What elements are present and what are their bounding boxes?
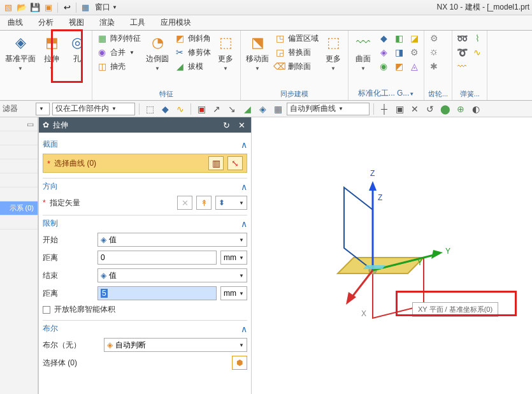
delete-face-button[interactable]: ⌫删除面: [274, 60, 319, 73]
extrude-button[interactable]: ⬒ 拉伸▼: [41, 32, 62, 73]
tool-c-icon[interactable]: ∿: [174, 103, 187, 115]
dialog-reset-icon[interactable]: ↻: [220, 119, 232, 131]
dialog-titlebar[interactable]: ✿ 拉伸 ↻ ✕: [39, 117, 251, 133]
replace-face-button[interactable]: ◲替换面: [274, 46, 319, 59]
start-unit-dropdown[interactable]: mm▼: [220, 251, 247, 265]
viewport-3d[interactable]: Z Z Y Y X XY 平面 / 基准坐标系(0): [252, 117, 532, 394]
tool-k-icon[interactable]: ▣: [393, 103, 406, 115]
vector-type-dropdown[interactable]: ⬍▼: [215, 196, 247, 210]
end-unit-dropdown[interactable]: mm▼: [220, 286, 247, 300]
dialog-close-icon[interactable]: ✕: [236, 119, 247, 131]
qat-layers-icon[interactable]: ▦: [80, 2, 91, 13]
spring-4[interactable]: ⌇: [471, 32, 483, 45]
tool-g-icon[interactable]: ◢: [241, 103, 254, 115]
start-distance-label: 距离: [43, 252, 94, 263]
qat-undo-icon[interactable]: ↩: [61, 2, 73, 13]
tool-l-icon[interactable]: ✕: [408, 103, 421, 115]
start-type-dropdown[interactable]: ◈值▼: [97, 233, 247, 247]
spring-1[interactable]: ➿: [456, 32, 468, 45]
vector-reverse-button[interactable]: ✕: [177, 196, 192, 210]
std-7[interactable]: ◪: [408, 32, 420, 45]
menu-app[interactable]: 应用模块: [153, 15, 199, 30]
curve-rule-icon[interactable]: ⤡: [227, 156, 243, 170]
menu-curve[interactable]: 曲线: [0, 15, 31, 30]
std-4[interactable]: ◧: [393, 32, 405, 45]
pattern-button[interactable]: ▦阵列特征: [96, 32, 141, 45]
chamfer-button[interactable]: ◩倒斜角: [174, 32, 211, 45]
section-header-boolean[interactable]: 布尔∧: [43, 320, 247, 335]
spring-5[interactable]: ∿: [471, 46, 483, 59]
menu-analysis[interactable]: 分析: [31, 15, 61, 30]
move-face-button[interactable]: ⬔ 移动面▼: [245, 32, 270, 73]
select-body-button[interactable]: ⬢: [232, 356, 247, 370]
qat-open-icon[interactable]: 📂: [16, 2, 27, 13]
std-9[interactable]: ◬: [408, 60, 420, 73]
window-menu[interactable]: 窗口▼: [95, 2, 117, 13]
combine-button[interactable]: ◉合并▼: [96, 46, 141, 59]
gear-2[interactable]: ⛭: [428, 46, 440, 59]
end-type-dropdown[interactable]: ◈值▼: [97, 268, 247, 282]
trim-button[interactable]: ✂修剪体: [174, 46, 211, 59]
shell-button[interactable]: ◫抽壳: [96, 60, 141, 73]
tool-a-icon[interactable]: ⬚: [143, 103, 156, 115]
rail-pin-icon[interactable]: ▭: [27, 120, 34, 129]
group-label-std[interactable]: 标准化工... G...▼: [352, 87, 420, 100]
std-6[interactable]: ◩: [393, 60, 405, 73]
tool-f-icon[interactable]: ↘: [226, 103, 238, 115]
sketch-section-icon[interactable]: ▥: [208, 156, 224, 170]
qat-box-icon[interactable]: ▣: [43, 2, 54, 13]
curve-mode-combo[interactable]: 自动判断曲线▼: [287, 103, 370, 115]
open-profile-checkbox[interactable]: 开放轮廓智能体积: [43, 304, 247, 315]
std-1[interactable]: ◆: [378, 32, 389, 45]
spring-3[interactable]: 〰: [456, 60, 468, 73]
select-curve-row[interactable]: * 选择曲线 (0) ▥ ⤡: [43, 154, 247, 173]
gear-1[interactable]: ⚙: [428, 32, 440, 45]
group-label-sync[interactable]: 同步建模: [245, 88, 344, 100]
more-sync-button[interactable]: ⬚ 更多▼: [322, 32, 344, 73]
edge-blend-button[interactable]: ◔ 边倒圆▼: [145, 32, 170, 73]
start-label: 开始: [43, 235, 94, 245]
section-header-limits[interactable]: 限制∧: [43, 215, 247, 230]
std-icon4: ◧: [393, 33, 405, 44]
menubar: 曲线 分析 视图 渲染 工具 应用模块: [0, 15, 532, 31]
tool-m-icon[interactable]: ↺: [424, 103, 436, 115]
section-header-profile[interactable]: 截面∧: [43, 136, 247, 151]
boolean-dropdown[interactable]: ◈自动判断▼: [104, 338, 247, 352]
std-2[interactable]: ◈: [378, 46, 389, 59]
menu-tools[interactable]: 工具: [122, 15, 153, 30]
gear-3[interactable]: ✱: [428, 60, 440, 73]
tool-d-icon[interactable]: ▣: [195, 103, 208, 115]
menu-view[interactable]: 视图: [61, 15, 92, 30]
group-label-features[interactable]: 特征: [96, 88, 236, 100]
std-8[interactable]: ⚙: [408, 46, 420, 59]
group-label-gear[interactable]: 齿轮...: [428, 88, 448, 100]
vector-infer-button[interactable]: ↟: [196, 196, 212, 210]
surface-button[interactable]: 〰 曲面▼: [352, 32, 374, 73]
tool-p-icon[interactable]: ◐: [470, 103, 482, 115]
end-distance-input[interactable]: 5: [97, 286, 217, 300]
section-header-direction[interactable]: 方向∧: [43, 178, 247, 193]
filter-combo[interactable]: ▼: [36, 103, 50, 115]
group-label-spring[interactable]: 弹簧...: [456, 88, 483, 100]
scope-combo[interactable]: 仅在工作部件内▼: [52, 103, 135, 115]
draft-button[interactable]: ◢拔模: [174, 60, 211, 73]
spring-2[interactable]: ➰: [456, 46, 468, 59]
more-features-button[interactable]: ⬚ 更多▼: [215, 32, 236, 73]
tool-e-icon[interactable]: ↗: [210, 103, 223, 115]
datum-plane-button[interactable]: ◈ 基准平面▼: [4, 32, 37, 73]
tool-j-icon[interactable]: ┼: [378, 103, 391, 115]
qat-new-icon[interactable]: ▧: [3, 2, 14, 13]
menu-render[interactable]: 渲染: [92, 15, 122, 30]
hole-button[interactable]: ◎ 孔: [66, 32, 88, 66]
rail-item-csys[interactable]: 示系 (0): [0, 201, 38, 215]
std-3[interactable]: ◉: [378, 60, 389, 73]
tool-h-icon[interactable]: ◈: [256, 103, 269, 115]
start-distance-input[interactable]: 0: [97, 251, 217, 265]
qat-save-icon[interactable]: 💾: [29, 2, 41, 13]
tool-o-icon[interactable]: ⊕: [454, 103, 467, 115]
std-5[interactable]: ◨: [393, 46, 405, 59]
tool-n-icon[interactable]: ⬤: [439, 103, 452, 115]
tool-i-icon[interactable]: ▦: [271, 103, 284, 115]
tool-b-icon[interactable]: ◆: [159, 103, 171, 115]
offset-region-button[interactable]: ◳偏置区域: [274, 32, 319, 45]
